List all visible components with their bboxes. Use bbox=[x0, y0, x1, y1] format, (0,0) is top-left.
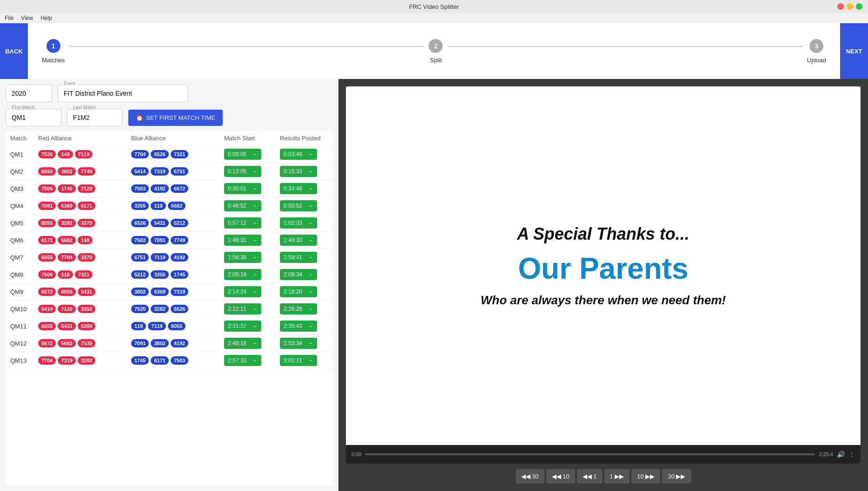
match-start-btn[interactable]: 0:12:05 → bbox=[224, 166, 261, 177]
results-posted-btn[interactable]: 2:18:20 → bbox=[280, 286, 317, 297]
back-1-button[interactable]: ◀◀ 1 bbox=[577, 469, 603, 484]
red-alliance: 667280555431 bbox=[38, 288, 131, 296]
close-button[interactable] bbox=[837, 3, 844, 10]
match-start-btn[interactable]: 0:00:00 → bbox=[224, 149, 261, 160]
arrow-icon: → bbox=[308, 271, 313, 278]
table-row[interactable]: QM2 665538027749 541473196751 0:12:05 → … bbox=[6, 163, 333, 180]
match-start-btn[interactable]: 2:57:10 → bbox=[224, 355, 261, 366]
more-icon[interactable]: ⋮ bbox=[848, 451, 855, 458]
results-posted-btn[interactable]: 0:03:48 → bbox=[280, 149, 317, 160]
blue-alliance: 753532826526 bbox=[131, 305, 224, 313]
maximize-button[interactable] bbox=[856, 3, 862, 10]
results-posted-btn[interactable]: 1:49:33 → bbox=[280, 235, 317, 246]
results-posted-cell: 3:01:11 → bbox=[280, 355, 333, 366]
back-button[interactable]: BACK bbox=[0, 23, 28, 79]
team-badge-red: 118 bbox=[58, 270, 73, 279]
match-start-cell: 0:57:12 → bbox=[224, 217, 280, 229]
start-time-value: 2:57:10 bbox=[228, 357, 246, 364]
match-start-btn[interactable]: 2:05:19 → bbox=[224, 269, 261, 280]
table-row[interactable]: QM5 805532823370 652654315212 0:57:12 → … bbox=[6, 215, 333, 232]
results-posted-btn[interactable]: 0:34:48 → bbox=[280, 183, 317, 194]
last-match-select[interactable]: F1M2F1M1 bbox=[67, 109, 123, 126]
wizard-steps: 1 Matches 2 Split 3 Upload bbox=[42, 39, 826, 64]
results-posted-cell: 1:59:41 → bbox=[280, 252, 333, 263]
table-row[interactable]: QM7 665577043370 675171194192 1:56:38 → … bbox=[6, 249, 333, 266]
match-start-cell: 2:57:10 → bbox=[224, 355, 280, 366]
match-start-btn[interactable]: 2:14:24 → bbox=[224, 286, 261, 297]
table-row[interactable]: QM11 665554316369 11871198055 2:31:37 → … bbox=[6, 318, 333, 335]
team-badge-red: 7506 bbox=[38, 270, 56, 279]
match-start-btn[interactable]: 0:57:12 → bbox=[224, 217, 261, 229]
match-start-cell: 2:22:11 → bbox=[224, 303, 280, 314]
year-wrapper: 2020 2019 2018 bbox=[6, 85, 52, 102]
back-30-button[interactable]: ◀◀ 30 bbox=[516, 469, 544, 484]
table-row[interactable]: QM13 770473193282 174561717503 2:57:10 →… bbox=[6, 352, 333, 369]
posted-time-value: 1:02:33 bbox=[284, 220, 302, 226]
posted-time-value: 2:53:34 bbox=[284, 340, 302, 347]
next-button[interactable]: NEXT bbox=[840, 23, 868, 79]
matches-table[interactable]: Match Red Alliance Blue Alliance Match S… bbox=[6, 131, 333, 485]
posted-time-value: 0:34:48 bbox=[284, 185, 302, 192]
match-start-btn[interactable]: 2:48:18 → bbox=[224, 338, 261, 349]
team-badge-blue: 3355 bbox=[131, 202, 149, 210]
team-badge-red: 3370 bbox=[78, 253, 95, 262]
results-posted-btn[interactable]: 2:35:43 → bbox=[280, 321, 317, 332]
step-matches: 1 Matches bbox=[42, 39, 65, 64]
volume-icon[interactable]: 🔊 bbox=[837, 451, 845, 458]
menu-file[interactable]: File bbox=[5, 15, 13, 21]
year-select[interactable]: 2020 2019 2018 bbox=[6, 85, 52, 102]
fwd-10-button[interactable]: 10 ▶▶ bbox=[631, 469, 660, 484]
team-badge-blue: 7091 bbox=[151, 236, 168, 244]
arrow-icon: → bbox=[252, 288, 258, 295]
table-row[interactable]: QM6 61715682148 750370917749 1:46:31 → 1… bbox=[6, 232, 333, 249]
match-start-cell: 0:12:05 → bbox=[224, 166, 280, 177]
results-posted-btn[interactable]: 1:02:33 → bbox=[280, 217, 317, 229]
fwd-1-button[interactable]: 1 ▶▶ bbox=[604, 469, 630, 484]
team-badge-red: 7119 bbox=[75, 150, 93, 158]
table-row[interactable]: QM4 709163696171 33551185682 0:46:52 → 0… bbox=[6, 197, 333, 215]
team-badge-blue: 7319 bbox=[171, 288, 188, 296]
results-posted-btn[interactable]: 2:26:28 → bbox=[280, 303, 317, 314]
match-start-btn[interactable]: 2:22:11 → bbox=[224, 303, 261, 314]
table-row[interactable]: QM3 750617457120 750341926672 0:30:01 → … bbox=[6, 180, 333, 197]
first-match-select[interactable]: QM1QM2QM3 bbox=[6, 109, 61, 126]
match-start-btn[interactable]: 0:30:01 → bbox=[224, 183, 261, 194]
team-badge-red: 7749 bbox=[78, 167, 95, 176]
menu-help[interactable]: Help bbox=[40, 15, 52, 21]
results-posted-btn[interactable]: 2:53:34 → bbox=[280, 338, 317, 349]
arrow-icon: → bbox=[308, 151, 313, 157]
arrow-icon: → bbox=[308, 185, 313, 192]
match-start-btn[interactable]: 2:31:37 → bbox=[224, 321, 261, 332]
red-alliance: 665577043370 bbox=[38, 253, 131, 262]
results-posted-btn[interactable]: 0:15:33 → bbox=[280, 166, 317, 177]
video-time-current: 0:00 bbox=[351, 452, 361, 457]
menu-view[interactable]: View bbox=[21, 15, 33, 21]
event-select[interactable]: FIT District Plano Event bbox=[58, 85, 188, 102]
team-badge-red: 3282 bbox=[78, 356, 95, 365]
table-row[interactable]: QM9 667280555431 380263697319 2:14:24 → … bbox=[6, 283, 333, 301]
table-header: Match Red Alliance Blue Alliance Match S… bbox=[6, 131, 333, 146]
back-10-button[interactable]: ◀◀ 10 bbox=[546, 469, 575, 484]
table-row[interactable]: QM10 541471203355 753532826526 2:22:11 →… bbox=[6, 301, 333, 318]
event-label: Event bbox=[62, 81, 77, 86]
results-posted-btn[interactable]: 2:08:34 → bbox=[280, 269, 317, 280]
start-time-value: 2:05:19 bbox=[228, 271, 246, 278]
minimize-button[interactable] bbox=[847, 3, 853, 10]
fwd-30-button[interactable]: 30 ▶▶ bbox=[662, 469, 691, 484]
set-first-match-time-button[interactable]: ⏰ SET FIRST MATCH TIME bbox=[128, 110, 223, 126]
team-badge-blue: 7535 bbox=[131, 305, 149, 313]
match-start-btn[interactable]: 1:46:31 → bbox=[224, 235, 261, 246]
video-progress-bar[interactable] bbox=[365, 453, 815, 455]
team-badge-blue: 3282 bbox=[151, 305, 168, 313]
table-row[interactable]: QM1 75351487119 770465267321 0:00:00 → 0… bbox=[6, 146, 333, 163]
team-badge-blue: 3802 bbox=[151, 339, 168, 347]
results-posted-btn[interactable]: 1:59:41 → bbox=[280, 252, 317, 263]
team-badge-red: 7704 bbox=[38, 356, 56, 365]
table-row[interactable]: QM8 75061187321 521233551745 2:05:19 → 2… bbox=[6, 266, 333, 283]
results-posted-btn[interactable]: 3:01:11 → bbox=[280, 355, 317, 366]
match-start-btn[interactable]: 1:56:38 → bbox=[224, 252, 261, 263]
table-row[interactable]: QM12 667256827535 709138024192 2:48:18 →… bbox=[6, 335, 333, 352]
match-start-btn[interactable]: 0:46:52 → bbox=[224, 200, 261, 211]
results-posted-btn[interactable]: 0:50:52 → bbox=[280, 200, 317, 211]
team-badge-red: 6369 bbox=[78, 322, 95, 330]
